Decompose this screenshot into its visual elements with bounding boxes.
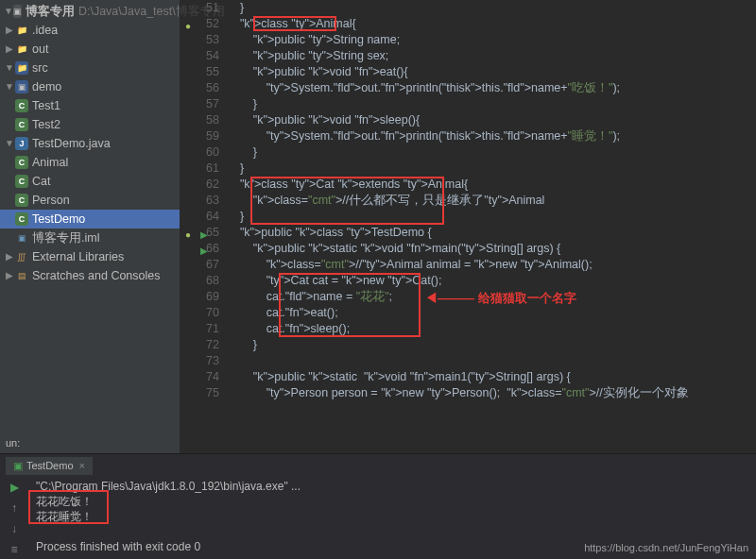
class-icon: C bbox=[15, 194, 28, 207]
chevron-right-icon: ▶ bbox=[4, 40, 15, 59]
project-name: 博客专用 bbox=[26, 5, 75, 18]
tree-cls-cat[interactable]: CCat bbox=[0, 172, 180, 191]
code-editor[interactable]: 5152●53545556575859606162636465●▶66▶6768… bbox=[180, 0, 756, 453]
run-tool-label: un: bbox=[6, 432, 20, 454]
scratches-icon: ▤ bbox=[15, 269, 28, 282]
tree-idea[interactable]: ▶📁.idea bbox=[0, 21, 180, 40]
run-toolbar[interactable]: ▶ ↑ ↓ ≡ ☰ bbox=[0, 477, 28, 559]
class-icon: C bbox=[15, 156, 28, 169]
gutter: 5152●53545556575859606162636465●▶66▶6768… bbox=[180, 0, 227, 453]
tree-test1[interactable]: CTest1 bbox=[0, 96, 180, 115]
tree-cls-animal[interactable]: CAnimal bbox=[0, 153, 180, 172]
tree-external-libraries[interactable]: ▶∭External Libraries bbox=[0, 247, 180, 266]
java-file-icon: J bbox=[15, 137, 28, 150]
console-line-1: 花花吃饭！ bbox=[36, 494, 748, 509]
console-cmd: "C:\Program Files\Java\jdk1.8.0_192\bin\… bbox=[36, 479, 748, 494]
rerun-icon[interactable]: ▶ bbox=[10, 481, 19, 494]
tree-testdemo-file[interactable]: ▼JTestDemo.java bbox=[0, 134, 180, 153]
package-icon: ▣ bbox=[15, 80, 28, 93]
tree-demo[interactable]: ▼▣demo bbox=[0, 77, 180, 96]
library-icon: ∭ bbox=[15, 250, 28, 263]
folder-icon: 📁 bbox=[15, 24, 28, 37]
chevron-right-icon: ▶ bbox=[4, 21, 15, 40]
chevron-down-icon: ▼ bbox=[4, 2, 13, 21]
class-icon: C bbox=[15, 99, 28, 112]
chevron-right-icon: ▶ bbox=[4, 247, 15, 266]
run-config-icon: ▣ bbox=[13, 460, 23, 472]
run-tab-testdemo[interactable]: ▣TestDemo× bbox=[6, 457, 94, 475]
console-line-2: 花花睡觉！ bbox=[36, 509, 748, 524]
tree-src[interactable]: ▼📁src bbox=[0, 59, 180, 77]
code-area[interactable]: } "k">class "ty">Animal{ "k">public "ty"… bbox=[227, 0, 756, 453]
class-icon: C bbox=[15, 175, 28, 188]
folder-icon: 📁 bbox=[15, 61, 28, 75]
tree-test2[interactable]: CTest2 bbox=[0, 115, 180, 134]
iml-icon: ▣ bbox=[15, 231, 28, 245]
chevron-down-icon: ▼ bbox=[4, 134, 15, 153]
project-icon: ▣ bbox=[13, 5, 22, 18]
class-icon: C bbox=[15, 118, 28, 131]
tree-out[interactable]: ▶📁out bbox=[0, 40, 180, 59]
tree-scratches[interactable]: ▶▤Scratches and Consoles bbox=[0, 266, 180, 285]
soft-wrap-icon[interactable]: ≡ bbox=[10, 543, 17, 556]
class-icon: C bbox=[15, 212, 28, 226]
project-root[interactable]: ▼ ▣ 博客专用D:\Java\Java_test\博客专用 bbox=[0, 2, 180, 21]
annotation-arrow: ◀——— 给猫猫取一个名字 bbox=[425, 290, 576, 306]
tree-cls-person[interactable]: CPerson bbox=[0, 191, 180, 210]
tree-iml[interactable]: ▣博客专用.iml bbox=[0, 229, 180, 247]
watermark: https://blog.csdn.net/JunFengYiHan bbox=[584, 542, 748, 553]
close-tab-icon[interactable]: × bbox=[79, 460, 85, 471]
tree-cls-testdemo[interactable]: CTestDemo bbox=[0, 210, 180, 229]
chevron-down-icon: ▼ bbox=[4, 59, 15, 77]
chevron-right-icon: ▶ bbox=[4, 266, 15, 285]
up-icon[interactable]: ↑ bbox=[11, 501, 17, 515]
folder-icon: 📁 bbox=[15, 42, 28, 56]
chevron-down-icon: ▼ bbox=[4, 77, 15, 96]
project-tree[interactable]: ▼ ▣ 博客专用D:\Java\Java_test\博客专用 ▶📁.idea ▶… bbox=[0, 0, 180, 453]
down-icon[interactable]: ↓ bbox=[11, 522, 17, 535]
